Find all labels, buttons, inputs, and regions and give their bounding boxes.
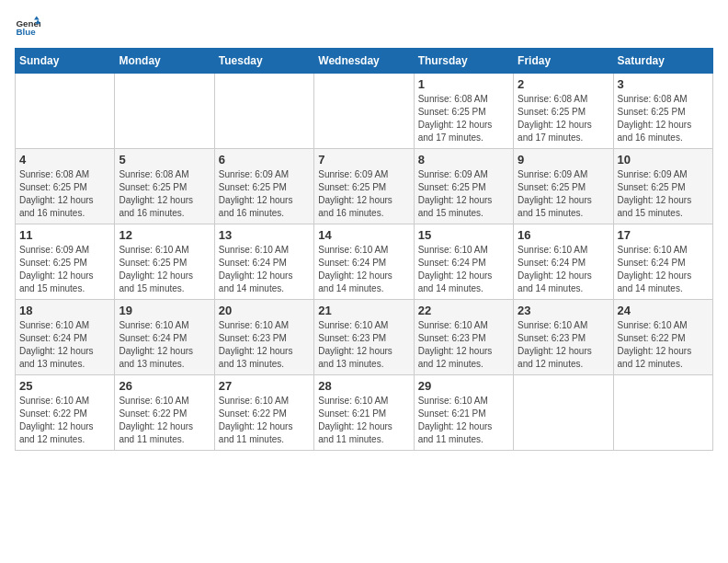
calendar-cell: 4Sunrise: 6:08 AM Sunset: 6:25 PM Daylig… [16, 149, 115, 224]
calendar-cell: 22Sunrise: 6:10 AM Sunset: 6:23 PM Dayli… [414, 300, 513, 375]
day-number: 2 [518, 77, 609, 91]
day-info: Sunrise: 6:10 AM Sunset: 6:24 PM Dayligh… [19, 319, 110, 371]
day-number: 9 [518, 153, 609, 167]
calendar-cell [214, 74, 313, 149]
calendar-cell: 20Sunrise: 6:10 AM Sunset: 6:23 PM Dayli… [214, 300, 313, 375]
calendar-week: 1Sunrise: 6:08 AM Sunset: 6:25 PM Daylig… [16, 74, 713, 149]
day-info: Sunrise: 6:10 AM Sunset: 6:23 PM Dayligh… [518, 319, 609, 371]
svg-text:Blue: Blue [16, 27, 36, 37]
calendar-cell: 3Sunrise: 6:08 AM Sunset: 6:25 PM Daylig… [613, 74, 712, 149]
day-number: 15 [418, 228, 509, 242]
day-info: Sunrise: 6:09 AM Sunset: 6:25 PM Dayligh… [318, 168, 409, 220]
header-day: Wednesday [314, 49, 414, 74]
day-number: 10 [618, 153, 709, 167]
day-number: 13 [219, 228, 310, 242]
day-number: 6 [219, 153, 310, 167]
calendar-cell: 29Sunrise: 6:10 AM Sunset: 6:21 PM Dayli… [414, 375, 513, 451]
day-info: Sunrise: 6:09 AM Sunset: 6:25 PM Dayligh… [518, 168, 609, 220]
calendar-week: 18Sunrise: 6:10 AM Sunset: 6:24 PM Dayli… [16, 300, 713, 375]
day-info: Sunrise: 6:10 AM Sunset: 6:24 PM Dayligh… [618, 244, 709, 295]
calendar-cell: 11Sunrise: 6:09 AM Sunset: 6:25 PM Dayli… [16, 224, 115, 300]
calendar-cell: 8Sunrise: 6:09 AM Sunset: 6:25 PM Daylig… [414, 149, 513, 224]
calendar-cell: 13Sunrise: 6:10 AM Sunset: 6:24 PM Dayli… [214, 224, 313, 300]
day-number: 28 [318, 379, 409, 393]
day-number: 25 [19, 379, 110, 393]
calendar-week: 4Sunrise: 6:08 AM Sunset: 6:25 PM Daylig… [16, 149, 713, 224]
day-number: 21 [318, 304, 409, 317]
day-number: 16 [518, 228, 609, 242]
day-number: 14 [318, 228, 409, 242]
day-info: Sunrise: 6:10 AM Sunset: 6:22 PM Dayligh… [119, 395, 210, 446]
day-info: Sunrise: 6:10 AM Sunset: 6:24 PM Dayligh… [318, 244, 409, 295]
calendar-table: SundayMondayTuesdayWednesdayThursdayFrid… [15, 48, 713, 451]
day-info: Sunrise: 6:08 AM Sunset: 6:25 PM Dayligh… [19, 168, 110, 220]
logo: General Blue [15, 15, 44, 40]
day-number: 24 [618, 304, 709, 317]
calendar-cell [16, 74, 115, 149]
day-info: Sunrise: 6:08 AM Sunset: 6:25 PM Dayligh… [119, 168, 210, 220]
calendar-cell: 1Sunrise: 6:08 AM Sunset: 6:25 PM Daylig… [414, 74, 513, 149]
calendar-cell [115, 74, 214, 149]
day-info: Sunrise: 6:08 AM Sunset: 6:25 PM Dayligh… [618, 93, 709, 144]
day-number: 7 [318, 153, 409, 167]
header-day: Thursday [414, 49, 513, 74]
calendar-cell [314, 74, 414, 149]
header-day: Saturday [613, 49, 712, 74]
calendar-cell: 23Sunrise: 6:10 AM Sunset: 6:23 PM Dayli… [514, 300, 613, 375]
day-info: Sunrise: 6:08 AM Sunset: 6:25 PM Dayligh… [518, 93, 609, 144]
day-info: Sunrise: 6:10 AM Sunset: 6:24 PM Dayligh… [418, 244, 509, 295]
day-info: Sunrise: 6:10 AM Sunset: 6:23 PM Dayligh… [219, 319, 310, 371]
day-number: 18 [19, 304, 110, 317]
calendar-cell: 17Sunrise: 6:10 AM Sunset: 6:24 PM Dayli… [613, 224, 712, 300]
day-info: Sunrise: 6:10 AM Sunset: 6:22 PM Dayligh… [219, 395, 310, 446]
day-info: Sunrise: 6:10 AM Sunset: 6:24 PM Dayligh… [219, 244, 310, 295]
day-info: Sunrise: 6:09 AM Sunset: 6:25 PM Dayligh… [219, 168, 310, 220]
day-number: 1 [418, 77, 509, 91]
calendar-cell: 12Sunrise: 6:10 AM Sunset: 6:25 PM Dayli… [115, 224, 214, 300]
day-number: 12 [119, 228, 210, 242]
day-info: Sunrise: 6:09 AM Sunset: 6:25 PM Dayligh… [19, 244, 110, 295]
calendar-cell: 14Sunrise: 6:10 AM Sunset: 6:24 PM Dayli… [314, 224, 414, 300]
page-header: General Blue [15, 15, 713, 40]
day-number: 17 [618, 228, 709, 242]
day-number: 29 [418, 379, 509, 393]
calendar-cell: 27Sunrise: 6:10 AM Sunset: 6:22 PM Dayli… [214, 375, 313, 451]
calendar-cell: 21Sunrise: 6:10 AM Sunset: 6:23 PM Dayli… [314, 300, 414, 375]
day-number: 5 [119, 153, 210, 167]
header-row: SundayMondayTuesdayWednesdayThursdayFrid… [16, 49, 713, 74]
day-number: 19 [119, 304, 210, 317]
calendar-cell: 25Sunrise: 6:10 AM Sunset: 6:22 PM Dayli… [16, 375, 115, 451]
calendar-cell: 15Sunrise: 6:10 AM Sunset: 6:24 PM Dayli… [414, 224, 513, 300]
calendar-cell: 10Sunrise: 6:09 AM Sunset: 6:25 PM Dayli… [613, 149, 712, 224]
calendar-cell: 19Sunrise: 6:10 AM Sunset: 6:24 PM Dayli… [115, 300, 214, 375]
header-day: Monday [115, 49, 214, 74]
logo-icon: General Blue [15, 15, 40, 40]
day-number: 27 [219, 379, 310, 393]
calendar-cell: 18Sunrise: 6:10 AM Sunset: 6:24 PM Dayli… [16, 300, 115, 375]
calendar-cell: 5Sunrise: 6:08 AM Sunset: 6:25 PM Daylig… [115, 149, 214, 224]
calendar-cell: 24Sunrise: 6:10 AM Sunset: 6:22 PM Dayli… [613, 300, 712, 375]
header-day: Friday [514, 49, 613, 74]
day-number: 22 [418, 304, 509, 317]
day-info: Sunrise: 6:10 AM Sunset: 6:24 PM Dayligh… [518, 244, 609, 295]
day-info: Sunrise: 6:10 AM Sunset: 6:21 PM Dayligh… [318, 395, 409, 446]
day-info: Sunrise: 6:10 AM Sunset: 6:21 PM Dayligh… [418, 395, 509, 446]
calendar-cell: 26Sunrise: 6:10 AM Sunset: 6:22 PM Dayli… [115, 375, 214, 451]
calendar-cell: 7Sunrise: 6:09 AM Sunset: 6:25 PM Daylig… [314, 149, 414, 224]
header-day: Tuesday [214, 49, 313, 74]
day-number: 20 [219, 304, 310, 317]
day-number: 4 [19, 153, 110, 167]
header-day: Sunday [16, 49, 115, 74]
day-info: Sunrise: 6:10 AM Sunset: 6:24 PM Dayligh… [119, 319, 210, 371]
day-info: Sunrise: 6:09 AM Sunset: 6:25 PM Dayligh… [418, 168, 509, 220]
day-info: Sunrise: 6:10 AM Sunset: 6:23 PM Dayligh… [318, 319, 409, 371]
day-info: Sunrise: 6:08 AM Sunset: 6:25 PM Dayligh… [418, 93, 509, 144]
day-info: Sunrise: 6:10 AM Sunset: 6:25 PM Dayligh… [119, 244, 210, 295]
day-number: 3 [618, 77, 709, 91]
day-number: 26 [119, 379, 210, 393]
calendar-cell: 16Sunrise: 6:10 AM Sunset: 6:24 PM Dayli… [514, 224, 613, 300]
day-info: Sunrise: 6:10 AM Sunset: 6:23 PM Dayligh… [418, 319, 509, 371]
day-number: 8 [418, 153, 509, 167]
calendar-week: 25Sunrise: 6:10 AM Sunset: 6:22 PM Dayli… [16, 375, 713, 451]
day-number: 23 [518, 304, 609, 317]
